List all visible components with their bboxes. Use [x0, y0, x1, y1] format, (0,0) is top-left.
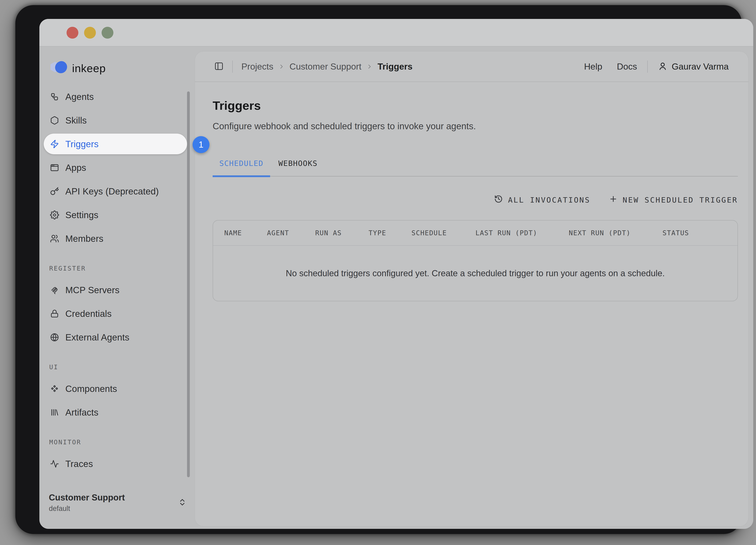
sidebar-section-ui: UI — [49, 363, 187, 371]
tab-bar: SCHEDULED WEBHOOKS — [213, 159, 738, 176]
sidebar-item-skills[interactable]: Skills — [44, 110, 187, 131]
sidebar-item-label: Artifacts — [65, 407, 98, 418]
key-icon — [50, 187, 59, 196]
header-right: Help Docs Gaurav Varma — [584, 60, 729, 73]
sidebar-item-mcp-servers[interactable]: MCP Servers — [44, 280, 187, 300]
main-panel: Projects Customer Support Triggers Help … — [195, 51, 748, 526]
titlebar — [39, 19, 753, 46]
header-divider — [647, 60, 648, 73]
zap-icon — [50, 139, 59, 148]
chevrons-up-down-icon — [178, 498, 187, 507]
chevron-right-icon — [366, 63, 373, 70]
sidebar-item-apps[interactable]: Apps — [44, 157, 187, 178]
tab-scheduled[interactable]: SCHEDULED — [213, 159, 270, 176]
sidebar-item-members[interactable]: Members — [44, 228, 187, 249]
breadcrumb: Projects Customer Support Triggers — [241, 61, 412, 72]
all-invocations-label: ALL INVOCATIONS — [508, 196, 590, 204]
app-body: inkeep Agents Skills — [39, 47, 753, 529]
page-description: Configure webhook and scheduled triggers… — [213, 121, 738, 131]
column-header-agent: AGENT — [267, 229, 315, 237]
sidebar-item-label: Members — [65, 233, 103, 244]
user-icon — [658, 61, 667, 72]
column-header-next-run: NEXT RUN (PDT) — [569, 229, 662, 237]
sidebar-item-label: Apps — [65, 162, 86, 173]
page-title: Triggers — [213, 98, 738, 112]
project-environment: default — [49, 504, 125, 513]
sidebar-item-components[interactable]: Components — [44, 378, 187, 399]
project-name: Customer Support — [49, 493, 125, 502]
table-empty-state: No scheduled triggers configured yet. Cr… — [213, 246, 737, 301]
plus-icon — [609, 195, 618, 205]
sidebar-item-label: Traces — [65, 459, 93, 469]
sidebar-item-api-keys[interactable]: API Keys (Deprecated) — [44, 181, 187, 201]
column-header-type: TYPE — [369, 229, 411, 237]
project-switcher-text: Customer Support default — [49, 493, 125, 513]
column-header-status: STATUS — [662, 229, 737, 237]
breadcrumb-customer-support[interactable]: Customer Support — [290, 61, 361, 72]
sidebar-nav: Agents Skills Triggers — [44, 47, 187, 477]
user-menu[interactable]: Gaurav Varma — [658, 61, 729, 72]
sidebar-section-register: REGISTER — [49, 264, 187, 272]
sidebar-item-label: Components — [65, 384, 117, 394]
sidebar-scrollbar[interactable] — [187, 91, 190, 477]
sidebar-item-triggers[interactable]: Triggers — [44, 134, 187, 154]
sidebar-item-label: Skills — [65, 115, 87, 126]
column-header-name: NAME — [224, 229, 267, 237]
macos-window-frame: 1 inkeep Agents — [15, 5, 742, 534]
sidebar-item-credentials[interactable]: Credentials — [44, 303, 187, 324]
project-switcher[interactable]: Customer Support default — [49, 493, 187, 513]
sidebar-item-label: MCP Servers — [65, 285, 120, 296]
all-invocations-button[interactable]: ALL INVOCATIONS — [494, 195, 590, 205]
panel-header: Projects Customer Support Triggers Help … — [195, 51, 748, 82]
sidebar-section-monitor: MONITOR — [49, 438, 187, 446]
column-header-schedule: SCHEDULE — [411, 229, 475, 237]
column-header-run-as: RUN AS — [315, 229, 369, 237]
app-window-icon — [50, 163, 59, 172]
sidebar-item-label: Triggers — [65, 139, 99, 149]
workflow-icon — [50, 92, 59, 101]
breadcrumb-projects[interactable]: Projects — [241, 61, 273, 72]
history-icon — [494, 195, 503, 205]
sidebar: inkeep Agents Skills — [39, 47, 195, 529]
close-window-button[interactable] — [67, 27, 78, 39]
sidebar-item-label: External Agents — [65, 332, 129, 343]
scheduled-triggers-table: NAME AGENT RUN AS TYPE SCHEDULE LAST RUN… — [213, 220, 738, 301]
sidebar-item-agents[interactable]: Agents — [44, 86, 187, 107]
lock-icon — [50, 309, 59, 318]
sidebar-item-traces[interactable]: Traces — [44, 453, 187, 474]
new-scheduled-trigger-button[interactable]: NEW SCHEDULED TRIGGER — [609, 195, 738, 205]
actions-row: ALL INVOCATIONS NEW SCHEDULED TRIGGER — [213, 195, 738, 205]
zoom-window-button[interactable] — [102, 27, 113, 39]
table-header-row: NAME AGENT RUN AS TYPE SCHEDULE LAST RUN… — [213, 220, 737, 246]
sidebar-item-external-agents[interactable]: External Agents — [44, 327, 187, 348]
sidebar-toggle-button[interactable] — [214, 61, 224, 72]
tab-webhooks[interactable]: WEBHOOKS — [278, 159, 318, 176]
sidebar-item-label: Agents — [65, 91, 94, 102]
gear-icon — [50, 210, 59, 219]
annotation-badge: 1 — [193, 136, 209, 153]
header-divider — [232, 60, 233, 73]
mcp-icon — [50, 286, 59, 295]
sidebar-item-settings[interactable]: Settings — [44, 204, 187, 225]
sidebar-item-label: Settings — [65, 210, 98, 220]
column-header-last-run: LAST RUN (PDT) — [475, 229, 569, 237]
library-icon — [50, 408, 59, 417]
sidebar-item-label: Credentials — [65, 309, 112, 319]
panel-body: Triggers Configure webhook and scheduled… — [195, 82, 748, 526]
new-scheduled-trigger-label: NEW SCHEDULED TRIGGER — [623, 196, 738, 204]
docs-link[interactable]: Docs — [617, 61, 637, 72]
sidebar-item-label: API Keys (Deprecated) — [65, 186, 159, 197]
breadcrumb-triggers: Triggers — [378, 61, 413, 72]
app-window: 1 inkeep Agents — [39, 19, 753, 529]
globe-icon — [50, 333, 59, 342]
component-icon — [50, 384, 59, 393]
chevron-right-icon — [278, 63, 285, 70]
minimize-window-button[interactable] — [84, 27, 96, 39]
activity-icon — [50, 459, 59, 468]
hexagon-icon — [50, 116, 59, 125]
panel-left-icon — [214, 68, 224, 71]
help-link[interactable]: Help — [584, 61, 602, 72]
user-name: Gaurav Varma — [672, 61, 729, 72]
users-icon — [50, 234, 59, 243]
sidebar-item-artifacts[interactable]: Artifacts — [44, 402, 187, 423]
